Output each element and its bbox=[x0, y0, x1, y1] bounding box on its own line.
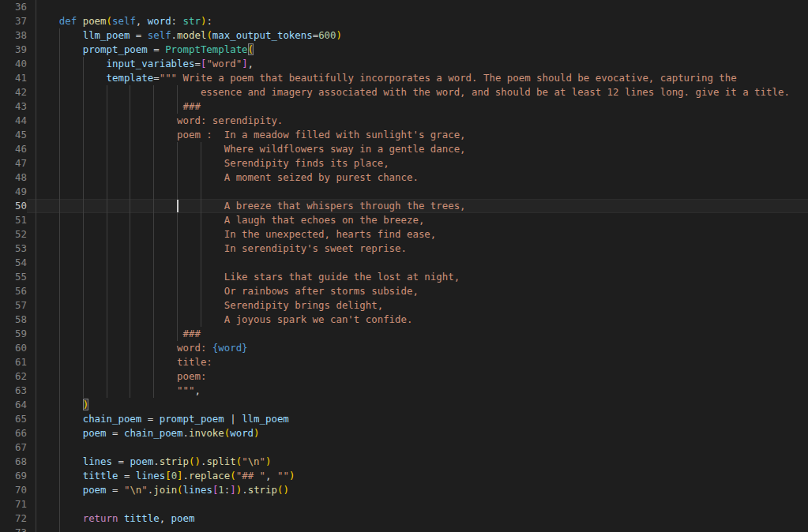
line-number[interactable]: 62 bbox=[0, 369, 27, 384]
code-content[interactable]: prompt_poem = PromptTemplate( bbox=[27, 43, 808, 57]
code-line[interactable]: 62 poem: bbox=[0, 369, 808, 384]
line-number[interactable]: 72 bbox=[0, 511, 27, 526]
line-number[interactable]: 73 bbox=[0, 526, 27, 532]
line-number[interactable]: 43 bbox=[0, 99, 27, 114]
line-number[interactable]: 56 bbox=[0, 284, 27, 298]
code-line[interactable]: 66 poem = chain_poem.invoke(word) bbox=[0, 426, 808, 440]
code-content[interactable] bbox=[27, 256, 808, 270]
code-line[interactable]: 40 input_variables=["word"], bbox=[0, 57, 808, 71]
code-line[interactable]: 41 template=""" Write a poem that beauti… bbox=[0, 71, 808, 85]
code-content[interactable]: word: {word} bbox=[27, 341, 808, 355]
code-line[interactable]: 56 Or rainbows after storms subside, bbox=[0, 284, 808, 298]
code-content[interactable]: Serendipity finds its place, bbox=[27, 156, 808, 170]
code-content[interactable]: template=""" Write a poem that beautiful… bbox=[27, 71, 808, 85]
line-number[interactable]: 46 bbox=[0, 142, 27, 156]
code-line[interactable]: 42 essence and imagery associated with t… bbox=[0, 85, 808, 99]
code-line[interactable]: 44 word: serendipity. bbox=[0, 114, 808, 128]
code-content[interactable] bbox=[27, 185, 808, 199]
line-number[interactable]: 69 bbox=[0, 469, 27, 483]
line-number[interactable]: 59 bbox=[0, 327, 27, 341]
code-line[interactable]: 37 def poem(self, word: str): bbox=[0, 14, 808, 28]
code-content[interactable]: llm_poem = self.model(max_output_tokens=… bbox=[27, 28, 808, 43]
code-line[interactable]: 63 """, bbox=[0, 384, 808, 398]
code-content[interactable]: tittle = lines[0].replace("## ", "") bbox=[27, 469, 808, 483]
line-number[interactable]: 44 bbox=[0, 114, 27, 128]
code-content[interactable]: input_variables=["word"], bbox=[27, 57, 808, 71]
code-line[interactable]: 73 bbox=[0, 526, 808, 532]
code-line[interactable]: 39 prompt_poem = PromptTemplate( bbox=[0, 43, 808, 57]
line-number[interactable]: 51 bbox=[0, 213, 27, 227]
code-content[interactable]: A breeze that whispers through the trees… bbox=[27, 199, 808, 213]
line-number[interactable]: 60 bbox=[0, 341, 27, 355]
code-content[interactable]: poem: bbox=[27, 369, 808, 384]
code-content[interactable]: ) bbox=[27, 398, 808, 412]
code-line[interactable]: 71 bbox=[0, 497, 808, 511]
code-line[interactable]: 65 chain_poem = prompt_poem | llm_poem bbox=[0, 412, 808, 426]
code-content[interactable] bbox=[27, 526, 808, 532]
line-number[interactable]: 68 bbox=[0, 455, 27, 469]
line-number[interactable]: 38 bbox=[0, 28, 27, 43]
line-number[interactable]: 67 bbox=[0, 440, 27, 455]
line-number[interactable]: 66 bbox=[0, 426, 27, 440]
code-content[interactable]: def poem(self, word: str): bbox=[27, 14, 808, 28]
code-line[interactable]: 59 ### bbox=[0, 327, 808, 341]
code-line[interactable]: 45 poem : In a meadow filled with sunlig… bbox=[0, 128, 808, 142]
line-number[interactable]: 36 bbox=[0, 0, 27, 14]
line-number[interactable]: 41 bbox=[0, 71, 27, 85]
code-line[interactable]: 50 A breeze that whispers through the tr… bbox=[0, 199, 808, 213]
code-line[interactable]: 49 bbox=[0, 185, 808, 199]
line-number[interactable]: 70 bbox=[0, 483, 27, 497]
line-number[interactable]: 64 bbox=[0, 398, 27, 412]
line-number[interactable]: 55 bbox=[0, 270, 27, 284]
code-line[interactable]: 43 ### bbox=[0, 99, 808, 114]
code-content[interactable]: return tittle, poem bbox=[27, 511, 808, 526]
code-line[interactable]: 55 Like stars that guide the lost at nig… bbox=[0, 270, 808, 284]
code-content[interactable]: word: serendipity. bbox=[27, 114, 808, 128]
code-line[interactable]: 36 bbox=[0, 0, 808, 14]
code-content[interactable]: title: bbox=[27, 355, 808, 369]
line-number[interactable]: 53 bbox=[0, 242, 27, 256]
code-content[interactable]: essence and imagery associated with the … bbox=[27, 85, 808, 99]
line-number[interactable]: 49 bbox=[0, 185, 27, 199]
code-editor[interactable]: 3637 def poem(self, word: str):38 llm_po… bbox=[0, 0, 808, 532]
code-content[interactable]: A laugh that echoes on the breeze, bbox=[27, 213, 808, 227]
line-number[interactable]: 48 bbox=[0, 170, 27, 185]
line-number[interactable]: 63 bbox=[0, 384, 27, 398]
code-line[interactable]: 61 title: bbox=[0, 355, 808, 369]
code-content[interactable]: chain_poem = prompt_poem | llm_poem bbox=[27, 412, 808, 426]
line-number[interactable]: 50 bbox=[0, 199, 27, 213]
line-number[interactable]: 65 bbox=[0, 412, 27, 426]
code-content[interactable]: poem : In a meadow filled with sunlight'… bbox=[27, 128, 808, 142]
line-number[interactable]: 61 bbox=[0, 355, 27, 369]
code-content[interactable]: poem = chain_poem.invoke(word) bbox=[27, 426, 808, 440]
code-content[interactable] bbox=[27, 0, 808, 14]
code-line[interactable]: 72 return tittle, poem bbox=[0, 511, 808, 526]
line-number[interactable]: 71 bbox=[0, 497, 27, 511]
code-line[interactable]: 47 Serendipity finds its place, bbox=[0, 156, 808, 170]
line-number[interactable]: 52 bbox=[0, 227, 27, 242]
code-content[interactable]: lines = poem.strip().split("\n") bbox=[27, 455, 808, 469]
code-content[interactable]: In serendipity's sweet reprise. bbox=[27, 242, 808, 256]
line-number[interactable]: 42 bbox=[0, 85, 27, 99]
line-number[interactable]: 39 bbox=[0, 43, 27, 57]
code-line[interactable]: 52 In the unexpected, hearts find ease, bbox=[0, 227, 808, 242]
code-line[interactable]: 53 In serendipity's sweet reprise. bbox=[0, 242, 808, 256]
code-content[interactable]: In the unexpected, hearts find ease, bbox=[27, 227, 808, 242]
code-content[interactable]: Where wildflowers sway in a gentle dance… bbox=[27, 142, 808, 156]
code-line[interactable]: 48 A moment seized by purest chance. bbox=[0, 170, 808, 185]
line-number[interactable]: 54 bbox=[0, 256, 27, 270]
line-number[interactable]: 45 bbox=[0, 128, 27, 142]
code-line[interactable]: 38 llm_poem = self.model(max_output_toke… bbox=[0, 28, 808, 43]
code-content[interactable]: Serendipity brings delight, bbox=[27, 298, 808, 313]
code-line[interactable]: 67 bbox=[0, 440, 808, 455]
code-content[interactable] bbox=[27, 497, 808, 511]
code-line[interactable]: 60 word: {word} bbox=[0, 341, 808, 355]
code-line[interactable]: 51 A laugh that echoes on the breeze, bbox=[0, 213, 808, 227]
code-line[interactable]: 46 Where wildflowers sway in a gentle da… bbox=[0, 142, 808, 156]
code-line[interactable]: 68 lines = poem.strip().split("\n") bbox=[0, 455, 808, 469]
code-content[interactable]: A moment seized by purest chance. bbox=[27, 170, 808, 185]
code-line[interactable]: 54 bbox=[0, 256, 808, 270]
code-line[interactable]: 57 Serendipity brings delight, bbox=[0, 298, 808, 313]
code-content[interactable]: """, bbox=[27, 384, 808, 398]
line-number[interactable]: 40 bbox=[0, 57, 27, 71]
